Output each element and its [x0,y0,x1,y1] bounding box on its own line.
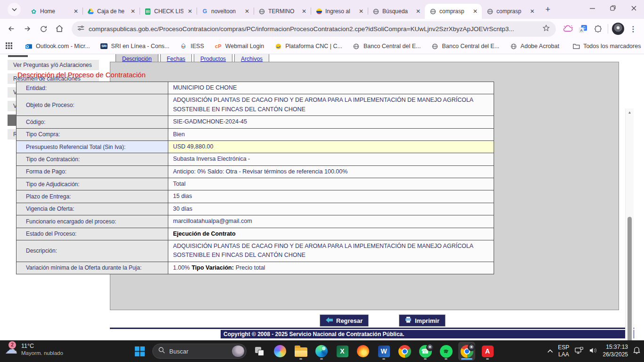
search-placeholder: Buscar [169,348,228,355]
minimize-button[interactable] [582,0,603,16]
tab-close-icon[interactable]: ✕ [243,8,251,15]
drive-favicon [87,8,94,15]
browser-tab[interactable]: Búsqueda ✕ [368,4,425,19]
start-button[interactable] [131,342,148,361]
table-row: Descripción: ADQUISICIÓN PLANTAS DE CACA… [16,240,494,262]
whatsapp-icon[interactable]: ☎ [417,342,434,361]
back-button[interactable] [4,21,19,36]
weather-temp: 11°C [21,343,63,349]
bookmark-item[interactable]: Outlook.com - Micr... [20,42,95,50]
tab-close-icon[interactable]: ✕ [72,8,80,15]
tab-close-icon[interactable]: ✕ [300,8,308,15]
firefox-icon[interactable] [355,342,372,361]
table-row: Estado del Proceso: Ejecución de Contrat… [16,228,494,240]
network-icon[interactable] [575,347,584,355]
url-bar[interactable]: compraspublicas.gob.ec/ProcesoContrataci… [72,21,556,37]
browser-tab[interactable]: G noveltoon ✕ [197,4,254,19]
tab-title: Búsqueda [382,8,412,15]
bookmark-item[interactable]: cP Webmail Login [209,42,269,50]
site-info-icon[interactable] [77,25,84,33]
print-button[interactable]: Imprimir [399,314,446,327]
close-window-button[interactable] [623,0,644,16]
profile-avatar[interactable] [611,22,625,36]
clock[interactable]: 15:37:13 26/3/2025 [603,344,628,358]
home-button[interactable] [52,21,67,36]
bookmark-star-icon[interactable] [542,24,550,34]
tab-close-icon[interactable]: ✕ [414,8,422,15]
browser-tab[interactable]: comprasp ✕ [482,4,539,19]
reload-button[interactable] [36,21,51,36]
ecuador-favicon [315,8,322,15]
tab-close-icon[interactable]: ✕ [129,8,137,15]
footer-rule [110,328,634,329]
browser-tab[interactable]: comprasp ✕ [425,4,482,19]
bookmark-item[interactable]: SRI SRI en Línea - Cons... [95,42,175,50]
file-explorer-icon[interactable] [292,342,309,361]
row-value: ADQUISICIÓN PLANTAS DE CACAO FINO Y DE A… [168,240,494,262]
page-content: Ver Preguntas y/ó Aclaraciones Resumen d… [0,54,635,340]
restore-button[interactable] [603,0,623,16]
excel-icon[interactable]: X [334,342,351,361]
row-label: Estado del Proceso: [17,228,168,240]
spotify-icon[interactable] [438,342,454,361]
bookmark-label: Banco Central del E... [363,43,421,49]
table-row: Tipo de Adjudicación: Total [16,178,494,190]
acrobat-icon[interactable]: A [479,342,496,361]
content-tab[interactable]: Descripción [116,54,158,62]
back-to-list-button[interactable]: Regresar [320,314,369,327]
windows-logo-icon [135,346,145,356]
taskbar-search[interactable]: Buscar [152,344,247,359]
notifications-bell-icon[interactable] [633,346,640,356]
page-title: Descripción del Proceso de Contratación [17,71,146,79]
bookmark-item[interactable]: Adobe Acrobat [504,42,564,50]
browser-tab[interactable]: CHECK LIS ✕ [140,4,197,19]
taskbar: ☁2 11°C Mayorm. nublado Buscar XW☎A ESP [0,340,644,362]
browser-tab[interactable]: ✿ Home ✕ [25,4,83,19]
edge-icon[interactable] [313,342,330,361]
content-tab[interactable]: Archivos [234,54,269,62]
menu-kebab-icon[interactable]: ⋮ [626,22,640,36]
word-icon[interactable]: W [375,342,392,361]
tab-close-icon[interactable]: ✕ [471,8,479,15]
row-label: Forma de Pago: [17,166,168,178]
browser-tab[interactable]: TERMINO ✕ [254,4,311,19]
weather-widget[interactable]: ☁2 11°C Mayorm. nublado [5,343,63,356]
task-view-icon[interactable] [251,342,268,361]
content-tab[interactable]: Productos [194,54,232,62]
volume-icon[interactable] [589,347,598,355]
tab-close-icon[interactable]: ✕ [186,8,194,15]
browser-tab[interactable]: Ingreso al ✕ [311,4,368,19]
forward-button[interactable] [20,21,35,36]
globe-favicon [429,8,437,15]
scroll-up-arrow[interactable]: ▲ [626,108,634,116]
bookmark-item[interactable]: Banco Central del E... [347,42,426,50]
new-tab-button[interactable]: + [542,3,554,16]
row-value: Anticipo: 0% Saldo: Otra - Revisar térmi… [168,166,494,178]
bookmark-item[interactable]: IESS [174,42,209,50]
tab-close-icon[interactable]: ✕ [528,8,536,15]
page-scrollbar[interactable]: ▲ ▼ [625,108,634,362]
cpanel-favicon: cP [215,42,222,50]
all-bookmarks-button[interactable]: Todos los marcadores [567,42,644,50]
bookmark-item[interactable]: Banco Central del E... [426,42,505,50]
tab-title: Ingreso al [325,8,355,15]
taskbar-icons: XW☎A [251,342,496,361]
table-row: Variación mínima de la Oferta durante la… [16,262,494,274]
browser-tab[interactable]: Caja de he ✕ [83,4,140,19]
tab-close-icon[interactable]: ✕ [357,8,365,15]
back-arrow-icon [326,317,333,324]
extensions-puzzle-icon[interactable] [591,22,605,36]
content-tab[interactable]: Fechas [160,54,192,62]
ai-sparkle-cloud-icon[interactable] [561,22,575,36]
copilot-icon[interactable] [272,342,289,361]
tab-search-button[interactable] [8,3,21,16]
language-indicator[interactable]: ESP LAA [558,344,570,358]
bookmark-item[interactable]: Plataforma CNC | C... [269,42,347,50]
tray-chevron-up-icon[interactable] [547,348,553,354]
apps-grid-icon[interactable] [6,42,12,50]
sidebar-item[interactable]: Ver Preguntas y/ó Aclaraciones [8,60,99,70]
translate-icon[interactable]: GA [576,22,590,36]
chrome-icon[interactable] [396,342,413,361]
chrome-active-icon[interactable] [458,342,475,361]
window-controls [582,0,644,19]
